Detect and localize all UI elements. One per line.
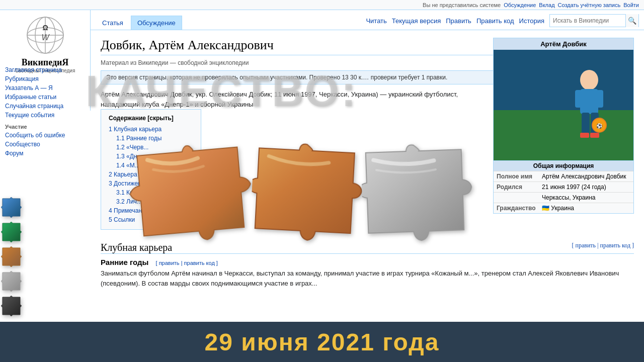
toc-item-1-1[interactable]: 1.1 Ранние годы xyxy=(109,134,193,143)
create-account-link[interactable]: Создать учётную запись xyxy=(558,2,621,8)
bottom-banner: 29 июня 2021 года xyxy=(0,322,644,362)
infobox-value-fullname: Артём Александрович Довбик xyxy=(542,173,626,180)
section-club-title: Клубная карьера xyxy=(101,242,172,253)
intro-text: Артём Александрович Довбик, укр. Олексій… xyxy=(101,90,458,108)
article-early-text: Заниматься футболом Артём начинал в Черк… xyxy=(101,268,634,288)
svg-rect-12 xyxy=(575,90,582,108)
contrib-link[interactable]: Вклад xyxy=(539,2,554,8)
toc-item-1-3[interactable]: 1.3 «Дн... xyxy=(109,152,193,161)
sidebar-item-community[interactable]: Сообщество xyxy=(5,140,86,149)
puzzle-sidebar xyxy=(0,196,25,319)
top-bar: Вы не представились системе Обсуждение В… xyxy=(0,0,644,10)
svg-rect-11 xyxy=(580,89,598,114)
toc-item-5[interactable]: 5 Ссылки xyxy=(109,215,193,224)
infobox-row-born: Родился 21 июня 1997 (24 года) xyxy=(494,182,633,192)
toc-item-1[interactable]: 1 Клубная карьера xyxy=(109,125,193,134)
user-status: Вы не представились системе xyxy=(423,2,501,8)
puzzle-icon-5[interactable] xyxy=(0,295,23,317)
sidebar-item-report[interactable]: Сообщить об ошибке xyxy=(5,131,86,140)
tab-article[interactable]: Статья xyxy=(96,16,130,30)
svg-text:Ω: Ω xyxy=(42,24,48,32)
player-svg: ⚽ xyxy=(494,50,633,160)
infobox-row-citizenship: Гражданство 🇺🇦 Украина xyxy=(494,203,633,213)
puzzle-icon-2[interactable] xyxy=(0,221,23,243)
search-button[interactable]: 🔍 xyxy=(625,14,638,27)
toc-item-1-4[interactable]: 1.4 «М... xyxy=(109,161,193,170)
svg-point-10 xyxy=(580,70,598,90)
tab-right-actions: Читать Текущая версия Править Править ко… xyxy=(366,14,644,30)
sidebar-item-featured[interactable]: Избранные статьи xyxy=(5,93,86,102)
infobox-label-fullname: Полное имя xyxy=(497,173,542,180)
sidebar-item-events[interactable]: Текущие события xyxy=(5,111,86,120)
puzzle-icon-4[interactable] xyxy=(0,270,23,293)
section-club-edit[interactable]: [ править | править код ] xyxy=(572,242,634,249)
sidebar-item-forum[interactable]: Форум xyxy=(5,149,86,158)
svg-text:W: W xyxy=(41,33,50,42)
toc-item-1-2[interactable]: 1.2 «Черв... xyxy=(109,143,193,152)
toc-hide[interactable]: скрыть xyxy=(149,115,172,122)
action-history[interactable]: История xyxy=(519,17,544,25)
section-club-career: Клубная карьера [ править | править код … xyxy=(101,242,634,254)
search-box: 🔍 xyxy=(549,14,639,27)
main-content: Артём Довбик ⚽ Общая информация xyxy=(91,30,644,362)
svg-rect-13 xyxy=(596,90,603,108)
svg-rect-9 xyxy=(494,110,633,160)
toc: Содержание [скрыть] 1 Клубная карьера 1.… xyxy=(101,109,201,230)
action-edit-code[interactable]: Править код xyxy=(476,17,514,25)
infobox-row-fullname: Полное имя Артём Александрович Довбик xyxy=(494,171,633,182)
sidebar-item-main[interactable]: Заглавная страница xyxy=(5,65,86,74)
infobox-value-citizenship: 🇺🇦 Украина xyxy=(542,205,574,212)
subsection-early-title: Ранние годы xyxy=(101,258,148,266)
tab-discussion[interactable]: Обсуждение xyxy=(131,16,182,30)
infobox-image: ⚽ xyxy=(494,50,633,160)
sidebar-nav: Заглавная страница Рубрикация Указатель … xyxy=(0,60,91,163)
infobox-label-citizenship: Гражданство xyxy=(497,205,542,212)
toc-item-4[interactable]: 4 Примечания xyxy=(109,206,193,215)
sidebar-item-index[interactable]: Указатель А — Я xyxy=(5,83,86,93)
discussion-link[interactable]: Обсуждение xyxy=(504,2,536,8)
toc-item-3-2[interactable]: 3.2 Лич... xyxy=(109,197,193,206)
action-read[interactable]: Читать xyxy=(366,17,386,25)
svg-rect-17 xyxy=(590,133,599,138)
svg-rect-14 xyxy=(582,113,590,135)
action-edit[interactable]: Править xyxy=(446,17,471,25)
toc-item-2[interactable]: 2 Карьера в сборно... xyxy=(109,170,193,179)
infobox-row-city: Черкассы, Украина xyxy=(494,192,633,203)
svg-text:⚽: ⚽ xyxy=(596,123,603,129)
notice-text: Это версия страницы, которая не проверял… xyxy=(106,74,447,81)
subsection-early-edit[interactable]: [ править | править код ] xyxy=(156,260,218,266)
action-current[interactable]: Текущая версия xyxy=(392,17,441,25)
toc-item-3[interactable]: 3 Достижения xyxy=(109,179,193,188)
tab-bar: Статья Обсуждение Читать Текущая версия … xyxy=(91,10,644,30)
infobox-label-born: Родился xyxy=(497,184,542,191)
date-display: 29 июня 2021 года xyxy=(205,328,440,356)
infobox-title: Артём Довбик xyxy=(494,38,633,50)
infobox-label-city xyxy=(497,194,542,201)
toc-item-3-1[interactable]: 3.1 Ко... xyxy=(109,188,193,197)
subsection-early-years: Ранние годы [ править | править код ] xyxy=(101,258,634,266)
svg-rect-16 xyxy=(580,133,589,138)
infobox-value-city: Черкассы, Украина xyxy=(542,194,596,201)
sidebar-item-rubrics[interactable]: Рубрикация xyxy=(5,74,86,83)
infobox: Артём Довбик ⚽ Общая информация xyxy=(493,38,634,214)
puzzle-icon-3[interactable] xyxy=(0,245,23,268)
infobox-section-info: Общая информация xyxy=(494,160,633,171)
infobox-value-born: 21 июня 1997 (24 года) xyxy=(542,184,606,191)
puzzle-icon-1[interactable] xyxy=(0,196,23,219)
search-input[interactable] xyxy=(550,17,625,24)
toc-title: Содержание [скрыть] xyxy=(109,115,193,122)
sidebar-item-random[interactable]: Случайная страница xyxy=(5,102,86,111)
sidebar-section-participate: Участие xyxy=(5,124,86,130)
wikipedia-logo[interactable]: Ω W xyxy=(25,15,65,55)
login-link[interactable]: Войти xyxy=(623,2,639,8)
